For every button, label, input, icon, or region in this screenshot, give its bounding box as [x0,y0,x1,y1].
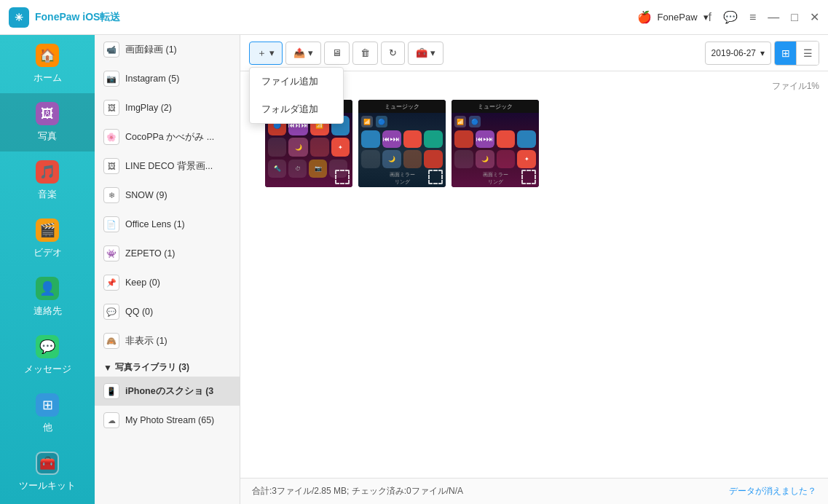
sidebar-label-video: ビデオ [33,246,62,259]
ss-icon-0: 📹 [103,42,119,58]
facebook-btn[interactable]: f [709,11,711,24]
list-view-btn[interactable]: ☰ [797,42,819,65]
ss-item-8[interactable]: 📌 Keep (0) [95,268,240,297]
transfer-icon: 🧰 [416,47,427,58]
file-count: ファイル1% [772,80,819,92]
other-icon: ⊞ [36,393,59,417]
sidebar-label-music: 音楽 [38,188,57,201]
ss-label-9: QQ (0) [125,307,153,317]
sidebar-item-video[interactable]: 🎬 ビデオ [0,210,95,268]
ss-icon-4: 🖼 [103,158,119,174]
date-selector[interactable]: 2019-06-27 ▾ [705,42,771,65]
device-name: FonePaw [658,12,698,23]
export-btn-arrow: ▾ [308,47,313,58]
add-btn-arrow: ▾ [269,47,275,58]
grid-view-btn[interactable]: ⊞ [775,42,797,65]
ss-icon-1: 📷 [103,71,119,87]
ss-item-7[interactable]: 👾 ZEPETO (1) [95,239,240,268]
ss-item-10[interactable]: 🙈 非表示 (1) [95,326,240,355]
export-btn[interactable]: 📤 ▾ [285,42,321,65]
screen-btn[interactable]: 🖥 [324,42,350,65]
close-btn[interactable]: ✕ [810,10,819,24]
ss-item-1[interactable]: 📷 Instagram (5) [95,64,240,93]
photo-thumb-1[interactable]: ミュージック 📶 🔵 ⏮▶⏭ [358,100,446,187]
sidebar-item-other[interactable]: ⊞ 他 [0,385,95,443]
library-section-header[interactable]: ▼ 写真ライブラリ (3) [95,355,240,377]
export-icon: 📤 [293,47,305,58]
delete-btn[interactable]: 🗑 [352,42,378,65]
ss-item-0[interactable]: 📹 画面録画 (1) [95,35,240,64]
transfer-btn[interactable]: 🧰 ▾ [408,42,443,65]
photo-thumb-2[interactable]: ミュージック 📶 🔵 ⏮▶⏭ [452,100,539,187]
date-value: 2019-06-27 [711,48,756,58]
message-btn[interactable]: 💬 [723,10,738,24]
content-area: ＋ ▾ 📤 ▾ 🖥 🗑 ↻ 🧰 ▾ 2019-06-27 [240,35,828,504]
add-file-item[interactable]: ファイル追加 [250,68,343,95]
ss-label-8: Keep (0) [125,277,160,288]
photo-icon: 🖼 [36,102,59,125]
sidebar-item-music[interactable]: 🎵 音楽 [0,151,95,210]
sidebar-label-other: 他 [43,421,52,434]
ss-icon-screenshots: 📱 [103,383,119,399]
ss-item-9[interactable]: 💬 QQ (0) [95,297,240,326]
transfer-btn-arrow: ▾ [430,47,435,58]
ss-item-3[interactable]: 🌸 CocoPPa かべがみ ... [95,122,240,151]
maximize-btn[interactable]: □ [791,11,798,24]
video-icon: 🎬 [36,218,59,242]
ss-label-10: 非表示 (1) [125,335,167,347]
sidebar-label-messages: メッセージ [24,363,71,376]
photo-area: 2019-06-27 ファイル1% ミュージック 🔵 ⏮⏯⏭ 📶 [240,71,828,478]
menu-btn[interactable]: ≡ [749,11,756,24]
home-icon: 🏠 [36,44,59,67]
messages-icon: 💬 [36,335,59,358]
ss-label-7: ZEPETO (1) [125,248,176,259]
sidebar-item-photo[interactable]: 🖼 写真 [0,93,95,151]
device-selector[interactable]: 🍎 FonePaw ▾ [637,10,709,24]
ss-icon-9: 💬 [103,304,119,320]
ss-label-screenshots: iPhoneのスクショ (3 [125,385,213,398]
sidebar-label-contacts: 連絡先 [33,304,62,318]
data-lost-link[interactable]: データが消えました？ [729,485,816,497]
ss-icon-photostream: ☁ [103,412,119,428]
sidebar-item-tools[interactable]: 🧰 ツールキット [0,443,95,501]
ss-label-4: LINE DECO 背景画... [125,160,213,173]
ss-icon-8: 📌 [103,275,119,291]
app-logo: ✳ FonePaw iOS転送 [9,7,637,28]
sidebar-item-messages[interactable]: 💬 メッセージ [0,326,95,385]
screen-icon: 🖥 [332,47,342,58]
add-folder-item[interactable]: フォルダ追加 [250,95,343,123]
ss-item-2[interactable]: 🖼 ImgPlay (2) [95,93,240,122]
logo-icon: ✳ [9,7,29,28]
ss-label-5: SNOW (9) [125,190,167,200]
sidebar-item-home[interactable]: 🏠 ホーム [0,35,95,93]
add-btn[interactable]: ＋ ▾ [249,42,283,65]
status-summary: 合計:3ファイル/2.85 MB; チェック済み:0ファイル/N/A [252,485,463,497]
ss-label-6: Office Lens (1) [125,219,185,229]
ss-item-iphone-screenshots[interactable]: 📱 iPhoneのスクショ (3 [95,377,240,406]
refresh-icon: ↻ [389,47,397,58]
statusbar: 合計:3ファイル/2.85 MB; チェック済み:0ファイル/N/A データが消… [240,478,828,504]
tools-icon: 🧰 [36,452,59,475]
window-controls: f 💬 ≡ — □ ✕ [709,10,819,24]
my-photo-stream-item[interactable]: ☁ My Photo Stream (65) [95,406,240,435]
sidebar-item-contacts[interactable]: 👤 連絡先 [0,268,95,326]
ss-label-1: Instagram (5) [125,74,179,84]
date-dropdown-icon: ▾ [760,48,765,58]
view-toggle: ⊞ ☰ [774,41,819,66]
app-name: FonePaw iOS転送 [35,11,120,24]
dropdown-arrow[interactable]: ▾ [703,12,709,23]
ss-item-6[interactable]: 📄 Office Lens (1) [95,210,240,239]
ios-topbar-1: ミュージック [358,100,446,113]
sidebar: 🏠 ホーム 🖼 写真 🎵 音楽 🎬 ビデオ 👤 連絡先 💬 メッセージ ⊞ 他 [0,35,95,504]
ss-icon-2: 🖼 [103,100,119,116]
sidebar-label-home: ホーム [33,71,62,84]
ss-label-2: ImgPlay (2) [125,103,172,113]
thumb-overlay-1 [428,170,443,184]
titlebar: ✳ FonePaw iOS転送 🍎 FonePaw ▾ f 💬 ≡ — □ ✕ [0,0,828,35]
ss-item-4[interactable]: 🖼 LINE DECO 背景画... [95,151,240,181]
contacts-icon: 👤 [36,277,59,300]
minimize-btn[interactable]: — [768,11,779,24]
ss-label-photostream: My Photo Stream (65) [125,415,214,425]
ss-item-5[interactable]: ❄ SNOW (9) [95,181,240,210]
refresh-btn[interactable]: ↻ [381,42,405,65]
